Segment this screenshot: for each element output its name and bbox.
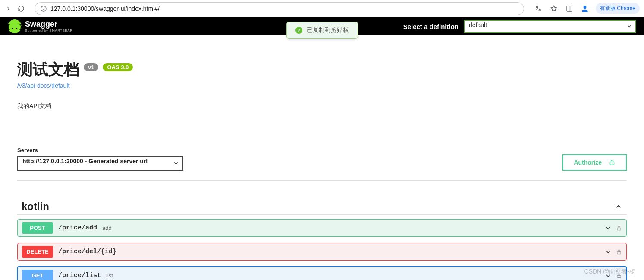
method-badge-get: GET	[22, 270, 53, 280]
forward-button[interactable]	[4, 5, 12, 13]
api-docs-link[interactable]: /v3/api-docs/default	[17, 82, 69, 89]
address-bar[interactable]	[35, 2, 524, 15]
chevron-down-icon	[605, 225, 612, 232]
chevron-down-icon	[173, 160, 179, 166]
operation-price-list[interactable]: GET /price/list list	[17, 267, 627, 280]
api-title: 测试文档	[17, 59, 79, 80]
lock-icon[interactable]	[616, 225, 622, 232]
toast-text: 已复制到剪贴板	[307, 26, 349, 34]
authorize-button[interactable]: Authorize	[562, 154, 627, 171]
chevron-down-icon	[605, 248, 612, 255]
operation-path: /price/add	[58, 224, 97, 232]
method-badge-delete: DELETE	[22, 246, 53, 258]
svg-rect-8	[617, 251, 621, 254]
select-definition-label: Select a definition	[403, 23, 459, 30]
chrome-update-badge[interactable]: 有新版 Chrome	[596, 3, 640, 14]
lock-icon	[609, 159, 616, 166]
logo-title: Swagger	[25, 20, 72, 29]
tag-kotlin[interactable]: kotlin	[17, 198, 627, 215]
panel-icon[interactable]	[565, 4, 574, 13]
operation-summary: list	[106, 272, 113, 279]
operation-price-del[interactable]: DELETE /price/del/{id}	[17, 243, 627, 261]
api-description: 我的API文档	[17, 102, 627, 110]
copy-toast: 已复制到剪贴板	[286, 22, 358, 39]
operation-price-add[interactable]: POST /price/add add	[17, 219, 627, 237]
operation-path: /price/del/{id}	[58, 248, 116, 255]
servers-label: Servers	[17, 147, 183, 153]
check-icon	[295, 27, 302, 34]
method-badge-post: POST	[22, 222, 53, 234]
operation-summary: add	[102, 225, 112, 231]
operation-path: /price/list	[58, 272, 101, 279]
logo-subtitle: Supported by SMARTBEAR	[25, 29, 72, 32]
api-info: 测试文档 v1 OAS 3.0 /v3/api-docs/default 我的A…	[17, 59, 627, 110]
watermark: CSDN @面壁者-杨	[584, 268, 635, 276]
svg-rect-7	[617, 228, 621, 230]
svg-rect-3	[567, 6, 572, 11]
chevron-up-icon	[615, 203, 622, 210]
swagger-logo-icon: {..}	[8, 19, 22, 33]
reload-button[interactable]	[17, 5, 25, 13]
site-info-icon[interactable]	[40, 5, 47, 12]
lock-icon[interactable]	[616, 248, 622, 255]
svg-rect-6	[610, 162, 614, 165]
svg-point-5	[584, 6, 587, 9]
tag-name: kotlin	[22, 200, 49, 213]
star-icon[interactable]	[549, 4, 559, 13]
server-select[interactable]: http://127.0.0.1:30000 - Generated serve…	[17, 156, 183, 171]
definition-select[interactable]: default	[464, 20, 636, 33]
oas-badge: OAS 3.0	[103, 63, 133, 71]
translate-icon[interactable]	[534, 4, 543, 13]
profile-avatar[interactable]	[580, 4, 590, 13]
url-input[interactable]	[50, 5, 518, 12]
browser-toolbar: 有新版 Chrome	[0, 0, 644, 17]
version-badge: v1	[84, 63, 98, 71]
swagger-logo[interactable]: {..} Swagger Supported by SMARTBEAR	[8, 19, 72, 33]
authorize-label: Authorize	[574, 159, 602, 166]
